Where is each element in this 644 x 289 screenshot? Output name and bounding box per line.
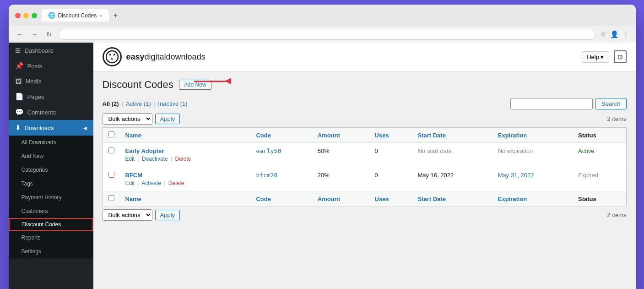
tab-favicon: 🌐 xyxy=(48,12,55,19)
close-dot[interactable] xyxy=(15,13,21,18)
col-expiration[interactable]: Expiration xyxy=(492,128,573,143)
row-checkbox-2[interactable] xyxy=(108,172,114,178)
back-button[interactable]: ← xyxy=(15,30,25,39)
row-name-cell: BFCM Edit | Activate | Delete xyxy=(120,167,251,191)
sidebar-item-label: Downloads xyxy=(25,125,54,131)
filter-all[interactable]: All (2) xyxy=(103,100,119,107)
arrow-indicator: ◀ xyxy=(83,125,87,131)
sidebar-item-all-downloads[interactable]: All Downloads xyxy=(9,136,93,149)
table-header: Name Code Amount Uses Start Date Expirat… xyxy=(103,128,626,143)
browser-window: 🌐 Discount Codes × + ← → ↻ ☆ 👤 ⋮ ⊞ Dashb… xyxy=(9,5,636,289)
sidebar-item-label: Comments xyxy=(27,109,56,116)
bulk-actions-select-top[interactable]: Bulk actions Delete Activate Deactivate xyxy=(103,113,152,125)
row-code-2: bfcm20 xyxy=(256,172,277,179)
window-controls xyxy=(15,13,37,18)
sidebar-item-customers[interactable]: Customers xyxy=(9,204,93,218)
row-status-cell-1: Active xyxy=(573,143,626,167)
forward-button[interactable]: → xyxy=(30,30,40,39)
sidebar-item-dashboard[interactable]: ⊞ Dashboard xyxy=(9,43,93,58)
col-footer-start-date[interactable]: Start Date xyxy=(412,191,492,207)
bulk-actions-select-bottom[interactable]: Bulk actions Delete Activate Deactivate xyxy=(103,209,152,221)
row-actions-1: Edit | Deactivate | Delete xyxy=(125,156,245,162)
table-footer-header-row: Name Code Amount Uses Start Date Expirat… xyxy=(103,191,626,207)
sidebar-item-payment-history[interactable]: Payment History xyxy=(9,191,93,204)
menu-button[interactable]: ⋮ xyxy=(622,30,629,38)
logo-icon: ▲▲ $ xyxy=(103,47,122,66)
action-sep: | xyxy=(164,180,165,186)
sidebar-item-discount-codes[interactable]: Discount Codes xyxy=(9,218,93,231)
media-icon: 🖼 xyxy=(15,77,22,85)
tab-close-button[interactable]: × xyxy=(99,13,102,18)
browser-tab[interactable]: 🌐 Discount Codes × xyxy=(42,9,109,22)
col-code[interactable]: Code xyxy=(250,128,312,143)
new-tab-button[interactable]: + xyxy=(114,11,118,20)
col-footer-amount[interactable]: Amount xyxy=(312,191,369,207)
row-delete-2[interactable]: Delete xyxy=(168,180,184,186)
help-button[interactable]: Help ▾ xyxy=(582,51,609,63)
col-footer-code[interactable]: Code xyxy=(250,191,312,207)
filter-active[interactable]: Active (1) xyxy=(126,100,151,107)
table-body: Early Adopter Edit | Deactivate | Delete xyxy=(103,143,626,207)
app-container: ⊞ Dashboard 📌 Posts 🖼 Media 📄 Pages 💬 Co… xyxy=(9,43,636,289)
filter-inactive[interactable]: Inactive (1) xyxy=(158,100,187,107)
col-uses[interactable]: Uses xyxy=(369,128,412,143)
sidebar-item-comments[interactable]: 💬 Comments xyxy=(9,104,93,120)
row-start-date-2: May 16, 2022 xyxy=(417,172,454,179)
row-start-date-1: No start date xyxy=(417,147,451,154)
sidebar-item-settings[interactable]: Settings xyxy=(9,245,93,258)
sidebar-item-pages[interactable]: 📄 Pages xyxy=(9,89,93,104)
page-title: Discount Codes xyxy=(103,79,173,91)
row-code-cell-1: early50 xyxy=(250,143,312,167)
row-activate-2[interactable]: Activate xyxy=(141,180,161,186)
profile-button[interactable]: 👤 xyxy=(610,30,619,38)
pages-icon: 📄 xyxy=(15,93,24,101)
row-uses-cell-2: 0 xyxy=(369,167,412,191)
sidebar-item-categories[interactable]: Categories xyxy=(9,163,93,177)
sidebar-item-media[interactable]: 🖼 Media xyxy=(9,74,93,89)
sidebar-item-posts[interactable]: 📌 Posts xyxy=(9,58,93,74)
row-edit-2[interactable]: Edit xyxy=(125,180,135,186)
row-name-2[interactable]: BFCM xyxy=(125,172,143,179)
search-input[interactable] xyxy=(510,98,593,109)
refresh-button[interactable]: ↻ xyxy=(44,30,54,39)
bookmark-button[interactable]: ☆ xyxy=(601,30,606,38)
sidebar-item-tags[interactable]: Tags xyxy=(9,177,93,191)
apply-button-top[interactable]: Apply xyxy=(155,114,180,124)
dashboard-icon: ⊞ xyxy=(15,46,21,55)
minimize-dot[interactable] xyxy=(23,13,29,18)
screen-options-icon[interactable]: ⊡ xyxy=(614,50,627,63)
col-start-date[interactable]: Start Date xyxy=(412,128,492,143)
row-delete-1[interactable]: Delete xyxy=(175,156,191,162)
col-name[interactable]: Name xyxy=(120,128,251,143)
header-right: Help ▾ ⊡ xyxy=(582,50,626,63)
row-name-1[interactable]: Early Adopter xyxy=(125,147,164,154)
row-checkbox-1[interactable] xyxy=(108,147,114,153)
top-header: ▲▲ $ easydigitaldownloads Help ▾ ⊡ xyxy=(93,43,636,71)
apply-button-bottom[interactable]: Apply xyxy=(155,210,180,220)
address-bar[interactable] xyxy=(58,29,596,40)
select-all-checkbox[interactable] xyxy=(108,131,114,137)
col-amount[interactable]: Amount xyxy=(312,128,369,143)
table-toolbar-bottom: Bulk actions Delete Activate Deactivate … xyxy=(103,209,627,221)
col-footer-expiration[interactable]: Expiration xyxy=(492,191,573,207)
filter-sep-1: | xyxy=(122,100,123,107)
select-all-checkbox-bottom[interactable] xyxy=(108,195,114,201)
sidebar-item-label: Customers xyxy=(22,208,48,214)
sidebar-item-label: Reports xyxy=(22,234,41,241)
main-content-wrapper: ▲▲ $ easydigitaldownloads Help ▾ ⊡ xyxy=(93,43,636,289)
row-deactivate-1[interactable]: Deactivate xyxy=(142,156,168,162)
row-edit-1[interactable]: Edit xyxy=(125,156,135,162)
search-button[interactable]: Search xyxy=(595,98,626,109)
col-footer-uses[interactable]: Uses xyxy=(369,191,412,207)
svg-text:▲▲: ▲▲ xyxy=(108,52,116,56)
logo-text: easydigitaldownloads xyxy=(126,52,206,62)
sidebar-item-add-new[interactable]: Add New xyxy=(9,149,93,163)
sidebar-item-label: Categories xyxy=(22,167,48,173)
table-row: BFCM Edit | Activate | Delete xyxy=(103,167,626,191)
sidebar-item-label: Settings xyxy=(22,248,41,255)
col-footer-name[interactable]: Name xyxy=(120,191,251,207)
maximize-dot[interactable] xyxy=(32,13,37,18)
row-status-1: Active xyxy=(578,147,594,154)
sidebar-item-reports[interactable]: Reports xyxy=(9,231,93,245)
sidebar-item-downloads[interactable]: ⬇ Downloads ◀ xyxy=(9,120,93,136)
